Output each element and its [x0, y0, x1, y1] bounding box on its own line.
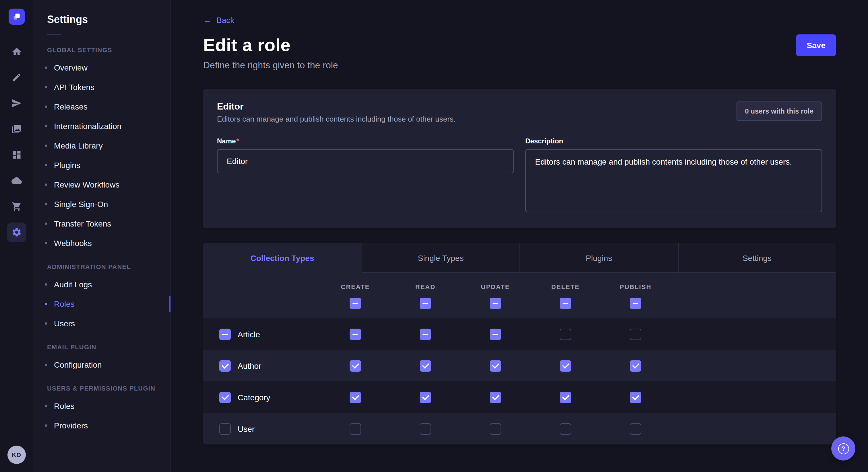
sidebar-item-roles[interactable]: Roles	[33, 294, 170, 314]
select-all-publish-checkbox[interactable]	[630, 298, 641, 309]
row-select-checkbox[interactable]	[219, 328, 231, 340]
help-button[interactable]: ?	[831, 436, 856, 461]
title-row: Edit a role Save	[203, 34, 836, 56]
permission-checkbox[interactable]	[420, 392, 431, 403]
sidebar-item-media-library[interactable]: Media Library	[33, 136, 170, 156]
bullet-icon	[45, 164, 47, 166]
permission-checkbox[interactable]	[350, 328, 361, 340]
role-details-card: Editor Editors can manage and publish co…	[203, 89, 836, 228]
save-button[interactable]: Save	[797, 34, 836, 56]
column-header-delete: DELETE	[530, 283, 600, 290]
row-label-cell: Author	[203, 360, 320, 371]
role-name-input[interactable]	[217, 149, 514, 173]
sidebar-item-transfer-tokens[interactable]: Transfer Tokens	[33, 214, 170, 233]
permissions-panel: Collection Types Single Types Plugins Se…	[203, 243, 836, 444]
permission-checkbox[interactable]	[490, 360, 501, 371]
sidebar-item-webhooks[interactable]: Webhooks	[33, 233, 170, 253]
permission-row-author: Author	[203, 350, 836, 381]
sidebar-item-plugins[interactable]: Plugins	[33, 156, 170, 175]
user-avatar[interactable]: KD	[7, 446, 26, 464]
sidebar-item-configuration[interactable]: Configuration	[33, 355, 170, 374]
sidebar-item-label: Transfer Tokens	[54, 219, 111, 228]
name-field-label: Name*	[217, 137, 514, 145]
select-all-update-checkbox[interactable]	[490, 298, 501, 309]
name-field-group: Name*	[217, 137, 514, 214]
rail-bottom: KD	[7, 446, 26, 464]
permission-checkbox[interactable]	[560, 328, 571, 340]
media-library-icon[interactable]	[7, 119, 26, 139]
select-all-delete-checkbox[interactable]	[560, 298, 571, 309]
page-subtitle: Define the rights given to the role	[203, 60, 836, 71]
bullet-icon	[45, 405, 47, 407]
deploy-icon[interactable]	[7, 94, 26, 113]
sidebar-item-review-workflows[interactable]: Review Workflows	[33, 175, 170, 194]
permission-checkbox[interactable]	[350, 423, 361, 434]
bullet-icon	[45, 86, 47, 88]
permission-checkbox[interactable]	[490, 423, 501, 434]
users-with-role-button[interactable]: 0 users with this role	[736, 102, 822, 121]
row-select-checkbox[interactable]	[219, 360, 231, 371]
home-icon[interactable]	[7, 42, 26, 61]
select-all-row	[203, 298, 836, 309]
section-email-plugin: EMAIL PLUGIN	[33, 333, 170, 355]
permission-checkbox[interactable]	[560, 423, 571, 434]
sidebar-item-up-roles[interactable]: Roles	[33, 396, 170, 416]
sidebar-item-api-tokens[interactable]: API Tokens	[33, 77, 170, 97]
sidebar-item-label: Overview	[54, 63, 88, 72]
cloud-icon[interactable]	[7, 171, 26, 191]
role-description-textarea[interactable]: Editors can manage and publish contents …	[525, 149, 822, 212]
permission-checkbox[interactable]	[630, 360, 641, 371]
permission-checkbox[interactable]	[630, 392, 641, 403]
row-select-checkbox[interactable]	[219, 423, 231, 434]
select-all-create-checkbox[interactable]	[350, 298, 361, 309]
permissions-table-header: CREATE READ UPDATE DELETE PUBLISH	[203, 273, 836, 318]
strapi-logo[interactable]	[8, 9, 24, 25]
row-select-checkbox[interactable]	[219, 392, 231, 403]
back-link[interactable]: ← Back	[203, 15, 234, 24]
row-label-cell: Category	[203, 392, 320, 403]
permission-checkbox[interactable]	[490, 328, 501, 340]
permission-checkbox[interactable]	[420, 423, 431, 434]
sidebar-item-up-providers[interactable]: Providers	[33, 416, 170, 435]
bullet-icon	[45, 125, 47, 127]
permission-checkbox[interactable]	[630, 328, 641, 340]
permission-checkbox[interactable]	[630, 423, 641, 434]
permission-checkbox[interactable]	[560, 392, 571, 403]
sidebar-item-label: Providers	[54, 421, 88, 430]
permission-checkbox[interactable]	[490, 392, 501, 403]
content-type-builder-icon[interactable]	[7, 145, 26, 165]
column-header-publish: PUBLISH	[600, 283, 671, 290]
tab-collection-types[interactable]: Collection Types	[203, 243, 361, 273]
select-all-read-checkbox[interactable]	[420, 298, 431, 309]
tab-settings[interactable]: Settings	[678, 243, 836, 273]
sidebar-item-internationalization[interactable]: Internationalization	[33, 116, 170, 136]
tab-single-types[interactable]: Single Types	[361, 243, 520, 273]
settings-icon[interactable]	[7, 223, 26, 242]
sidebar-item-users[interactable]: Users	[33, 314, 170, 333]
sidebar-item-label: API Tokens	[54, 82, 94, 92]
sidebar-item-label: Single Sign-On	[54, 200, 108, 209]
bullet-icon	[45, 67, 47, 69]
sidebar-item-audit-logs[interactable]: Audit Logs	[33, 275, 170, 294]
permission-checkbox[interactable]	[420, 328, 431, 340]
row-label: Author	[238, 361, 261, 370]
title-divider	[47, 34, 61, 35]
sidebar-item-label: Releases	[54, 102, 88, 111]
sidebar-item-single-sign-on[interactable]: Single Sign-On	[33, 194, 170, 214]
bullet-icon	[45, 283, 47, 285]
sidebar-title: Settings	[33, 14, 170, 26]
tab-plugins[interactable]: Plugins	[520, 243, 678, 273]
marketplace-icon[interactable]	[7, 197, 26, 216]
section-users-permissions-plugin: USERS & PERMISSIONS PLUGIN	[33, 374, 170, 396]
permission-checkbox[interactable]	[350, 360, 361, 371]
row-label: User	[238, 424, 255, 433]
sidebar-item-releases[interactable]: Releases	[33, 97, 170, 116]
permission-row-user: User	[203, 413, 836, 444]
permission-checkbox[interactable]	[420, 360, 431, 371]
permissions-rows: Article Author	[203, 318, 836, 444]
sidebar-item-overview[interactable]: Overview	[33, 58, 170, 77]
permission-checkbox[interactable]	[350, 392, 361, 403]
sidebar-item-label: Roles	[54, 299, 74, 308]
content-manager-icon[interactable]	[7, 68, 26, 87]
permission-checkbox[interactable]	[560, 360, 571, 371]
